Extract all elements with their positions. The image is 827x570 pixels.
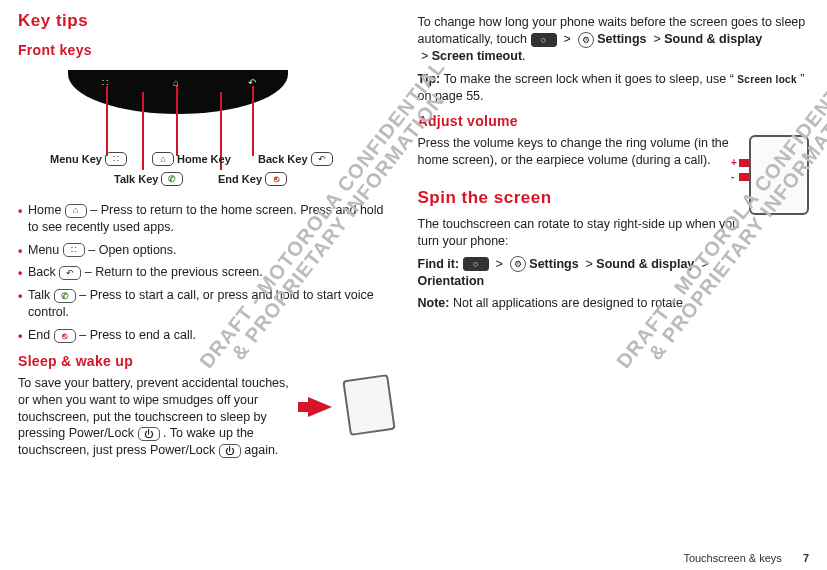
front-keys-heading: Front keys <box>18 41 394 60</box>
screen-lock-reference: Screen lock <box>737 74 796 85</box>
menu-key-label: Menu Key ∷ <box>50 152 127 167</box>
spin-screen-paragraph: The touchscreen can rotate to stay right… <box>418 216 810 250</box>
menu-key-icon: ∷ <box>105 152 127 166</box>
sleep-heading: Sleep & wake up <box>18 352 394 371</box>
menu-icon: ∷ <box>63 243 85 257</box>
label-text: Talk Key <box>114 172 158 187</box>
nav-path: Screen timeout <box>432 49 522 63</box>
talk-key-label: Talk Key ✆ <box>114 172 183 187</box>
bullet-icon: • <box>18 265 22 282</box>
talk-key-icon: ✆ <box>161 172 183 186</box>
end-key-label: End Key ⎋ <box>218 172 287 187</box>
label-text: Home Key <box>177 152 231 167</box>
nav-path: Settings <box>529 257 578 271</box>
launcher-icon: ○ <box>531 33 557 47</box>
bullet-icon: • <box>18 328 22 345</box>
text: . <box>522 49 525 63</box>
tip-paragraph: Tip: To make the screen lock when it goe… <box>418 71 810 105</box>
page-number: 7 <box>803 552 809 564</box>
key-desc: – Press to end a call. <box>79 328 196 342</box>
nav-path: Settings <box>597 32 646 46</box>
key-name: Talk <box>28 288 50 302</box>
screen-timeout-paragraph: To change how long your phone waits befo… <box>418 14 810 65</box>
callout-line <box>106 86 108 156</box>
key-desc: – Open options. <box>88 243 176 257</box>
volume-up-icon <box>739 159 749 167</box>
home-key-label: ⌂ Home Key <box>152 152 231 167</box>
key-desc: – Press to start a call, or press and ho… <box>28 288 374 319</box>
end-icon: ⎋ <box>54 329 76 343</box>
section-title: Key tips <box>18 10 394 33</box>
bullet-icon: • <box>18 288 22 305</box>
power-lock-icon: ⏻ <box>138 427 160 441</box>
footer-section: Touchscreen & keys <box>683 552 781 564</box>
list-item: • Back ↶ – Return to the previous screen… <box>18 264 394 281</box>
home-icon: ⌂ <box>65 204 87 218</box>
right-column: To change how long your phone waits befo… <box>414 10 810 540</box>
text: To make the screen lock when it goes to … <box>443 72 733 86</box>
back-icon: ↶ <box>59 266 81 280</box>
back-key-label: Back Key ↶ <box>258 152 333 167</box>
text: Not all applications are designed to rot… <box>453 296 686 310</box>
find-it-label: Find it: <box>418 257 460 271</box>
page-footer: Touchscreen & keys 7 <box>683 552 809 564</box>
list-item: • Talk ✆ – Press to start a call, or pre… <box>18 287 394 321</box>
list-item: • End ⎋ – Press to end a call. <box>18 327 394 344</box>
left-column: Key tips Front keys ∷ ⌂ ↶ Menu Key ∷ ⌂ H… <box>18 10 414 540</box>
note-label: Note: <box>418 296 450 310</box>
callout-line <box>252 86 254 156</box>
home-key-icon: ⌂ <box>152 152 174 166</box>
label-text: End Key <box>218 172 262 187</box>
callout-line <box>142 92 144 170</box>
sleep-illustration <box>308 375 394 437</box>
key-name: End <box>28 328 50 342</box>
tip-label: Tip: <box>418 72 441 86</box>
label-text: Back Key <box>258 152 308 167</box>
find-it-paragraph: Find it: ○ > ⚙ Settings > Sound & displa… <box>418 256 810 290</box>
launcher-icon: ○ <box>463 257 489 271</box>
text: again. <box>244 443 278 457</box>
nav-path: Orientation <box>418 274 485 288</box>
key-desc: – Return to the previous screen. <box>85 265 263 279</box>
nav-path: Sound & display <box>664 32 762 46</box>
nav-path: Sound & display <box>596 257 694 271</box>
volume-down-icon <box>739 173 749 181</box>
end-key-icon: ⎋ <box>265 172 287 186</box>
front-keys-diagram: ∷ ⌂ ↶ Menu Key ∷ ⌂ Home Key Back Key ↶ T… <box>18 64 348 194</box>
page-content: Key tips Front keys ∷ ⌂ ↶ Menu Key ∷ ⌂ H… <box>0 0 827 540</box>
adjust-volume-heading: Adjust volume <box>418 112 810 131</box>
arrow-icon <box>308 397 332 417</box>
callout-line <box>176 86 178 156</box>
key-name: Menu <box>28 243 59 257</box>
key-name: Back <box>28 265 56 279</box>
talk-icon: ✆ <box>54 289 76 303</box>
bullet-icon: • <box>18 203 22 220</box>
bullet-icon: • <box>18 243 22 260</box>
list-item: • Home ⌂ – Press to return to the home s… <box>18 202 394 236</box>
power-lock-icon: ⏻ <box>219 444 241 458</box>
note-paragraph: Note: Not all applications are designed … <box>418 295 810 312</box>
label-text: Menu Key <box>50 152 102 167</box>
settings-icon: ⚙ <box>578 32 594 48</box>
volume-illustration <box>749 135 809 215</box>
list-item: • Menu ∷ – Open options. <box>18 242 394 259</box>
key-definitions-list: • Home ⌂ – Press to return to the home s… <box>18 202 394 344</box>
phone-icon <box>342 374 395 436</box>
key-name: Home <box>28 203 61 217</box>
back-key-icon: ↶ <box>311 152 333 166</box>
settings-icon: ⚙ <box>510 256 526 272</box>
